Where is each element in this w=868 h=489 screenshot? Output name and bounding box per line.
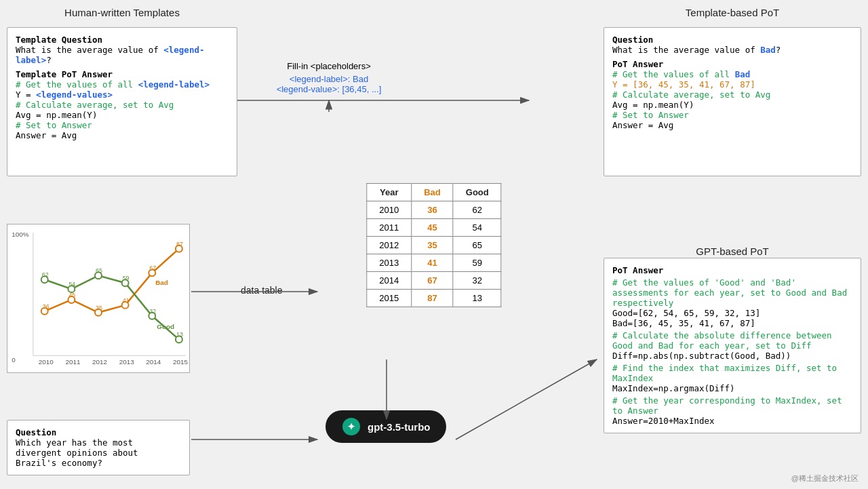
cell-bad: 36 xyxy=(412,201,454,219)
template-pot-label: Template PoT Answer xyxy=(16,69,113,79)
cell-bad: 87 xyxy=(412,290,454,307)
table-row: 2011 45 54 xyxy=(367,219,501,237)
avg-line: Avg = np.mean(Y) xyxy=(16,110,229,120)
gpt-line2: Good=[62, 54, 65, 59, 32, 13] xyxy=(612,308,852,318)
cell-bad: 45 xyxy=(412,219,454,237)
cell-good: 13 xyxy=(453,290,501,307)
svg-text:2013: 2013 xyxy=(119,358,135,366)
data-table-wrapper: Year Bad Good 2010 36 622011 45 542012 3… xyxy=(366,183,501,307)
cell-good: 62 xyxy=(453,201,501,219)
main-container: Human-written Templates Template Questio… xyxy=(0,0,868,489)
svg-text:Bad: Bad xyxy=(155,279,168,286)
cell-year: 2012 xyxy=(367,237,412,254)
template-avg-line: Avg = np.mean(Y) xyxy=(612,100,852,110)
svg-text:✦: ✦ xyxy=(347,421,355,432)
human-box-content: Template Question What is the average va… xyxy=(16,35,229,140)
template-y-line: Y = [36, 45, 35, 41, 67, 87] xyxy=(612,79,852,90)
cell-year: 2014 xyxy=(367,272,412,290)
data-table-label: data table xyxy=(241,285,283,296)
template-comment3: # Set to Answer xyxy=(612,110,852,120)
gpt-pot-label: PoT Answer xyxy=(612,265,852,275)
cell-good: 54 xyxy=(453,219,501,237)
data-table: Year Bad Good 2010 36 622011 45 542012 3… xyxy=(366,183,501,307)
svg-text:87: 87 xyxy=(176,241,183,248)
cell-bad: 35 xyxy=(412,237,454,254)
svg-text:59: 59 xyxy=(123,275,130,281)
comment1: # Get the values of all <legend-label> xyxy=(16,79,229,90)
template-pot-box: Question What is the average value of Ba… xyxy=(604,27,861,176)
svg-text:13: 13 xyxy=(176,331,183,338)
fillin-line1: <legend-label>: Bad xyxy=(258,74,400,84)
cell-year: 2013 xyxy=(367,254,412,272)
template-question-label: Template Question xyxy=(16,35,102,45)
cell-bad: 41 xyxy=(412,254,454,272)
chart-svg: 100% 0 36 45 35 41 67 87 Bad xyxy=(7,224,189,372)
svg-text:0: 0 xyxy=(12,356,16,364)
gpt-line9: Answer=2010+MaxIndex xyxy=(612,416,852,426)
question-label: Question xyxy=(612,35,653,45)
gpt-line4: # Calculate the absolute difference betw… xyxy=(612,330,852,351)
gpt-line5: Diff=np.abs(np.subtract(Good, Bad)) xyxy=(612,351,852,361)
gpt-pot-content: PoT Answer # Get the values of 'Good' an… xyxy=(612,265,852,426)
y-line: Y = <legend-values> xyxy=(16,90,229,100)
gpt-turbo-box: ✦ gpt-3.5-turbo xyxy=(326,410,446,443)
gpt-line8: # Get the year corresponding to MaxIndex… xyxy=(612,395,852,416)
question-box: Question Which year has the most diverge… xyxy=(7,420,190,475)
template-answer-line: Answer = Avg xyxy=(612,120,852,130)
template-question-line: What is the average value of <legend-lab… xyxy=(16,45,229,65)
svg-text:41: 41 xyxy=(123,297,130,304)
watermark: @稀土掘金技术社区 xyxy=(791,473,859,484)
comment3: # Set to Answer xyxy=(16,120,229,130)
comment2: # Calculate average, set to Avg xyxy=(16,100,229,110)
svg-text:35: 35 xyxy=(96,305,102,311)
svg-text:67: 67 xyxy=(149,265,156,271)
question-box-label: Question xyxy=(16,427,181,437)
human-templates-box: Template Question What is the average va… xyxy=(7,27,237,176)
svg-text:2014: 2014 xyxy=(146,358,161,366)
col-year: Year xyxy=(367,184,412,201)
svg-line-32 xyxy=(456,359,597,439)
svg-text:2010: 2010 xyxy=(39,358,54,366)
svg-text:Good: Good xyxy=(157,323,174,330)
svg-text:62: 62 xyxy=(42,271,49,278)
svg-text:2015: 2015 xyxy=(173,358,189,366)
gpt-turbo-label: gpt-3.5-turbo xyxy=(368,421,430,433)
gpt-pot-box: PoT Answer # Get the values of 'Good' an… xyxy=(604,258,861,433)
svg-text:2012: 2012 xyxy=(92,358,107,366)
pot-answer-label: PoT Answer xyxy=(612,59,663,69)
gpt-pot-title: GPT-based PoT xyxy=(604,246,861,257)
gpt-line6: # Find the index that maximizes Diff, se… xyxy=(612,363,852,383)
svg-text:32: 32 xyxy=(149,308,156,315)
table-row: 2010 36 62 xyxy=(367,201,501,219)
svg-text:65: 65 xyxy=(96,267,102,274)
table-row: 2014 67 32 xyxy=(367,272,501,290)
chart-box: 100% 0 36 45 35 41 67 87 Bad xyxy=(7,224,190,373)
template-comment2: # Calculate average, set to Avg xyxy=(612,90,852,100)
cell-year: 2011 xyxy=(367,219,412,237)
question-line: What is the average value of Bad? xyxy=(612,45,852,55)
col-good: Good xyxy=(453,184,501,201)
template-pot-title: Template-based PoT xyxy=(604,7,861,18)
template-pot-content: Question What is the average value of Ba… xyxy=(612,35,852,130)
col-bad: Bad xyxy=(412,184,454,201)
fillin-line2: <legend-value>: [36,45, ...] xyxy=(258,84,400,94)
gpt-line7: MaxIndex=np.argmax(Diff) xyxy=(612,383,852,393)
svg-text:54: 54 xyxy=(68,281,75,288)
question-box-text: Which year has the most divergent opinio… xyxy=(16,437,181,468)
gpt-line1: # Get the values of 'Good' and 'Bad' ass… xyxy=(612,277,852,308)
cell-year: 2015 xyxy=(367,290,412,307)
cell-bad: 67 xyxy=(412,272,454,290)
template-comment1: # Get the values of all Bad xyxy=(612,69,852,79)
cell-good: 32 xyxy=(453,272,501,290)
human-templates-title: Human-written Templates xyxy=(7,7,237,18)
answer-line: Answer = Avg xyxy=(16,130,229,140)
table-row: 2015 87 13 xyxy=(367,290,501,307)
gpt-line3: Bad=[36, 45, 35, 41, 67, 87] xyxy=(612,318,852,328)
cell-good: 59 xyxy=(453,254,501,272)
svg-text:36: 36 xyxy=(43,303,50,310)
svg-text:2011: 2011 xyxy=(65,358,81,366)
table-row: 2013 41 59 xyxy=(367,254,501,272)
cell-good: 65 xyxy=(453,237,501,254)
cell-year: 2010 xyxy=(367,201,412,219)
gpt-icon: ✦ xyxy=(342,417,361,436)
